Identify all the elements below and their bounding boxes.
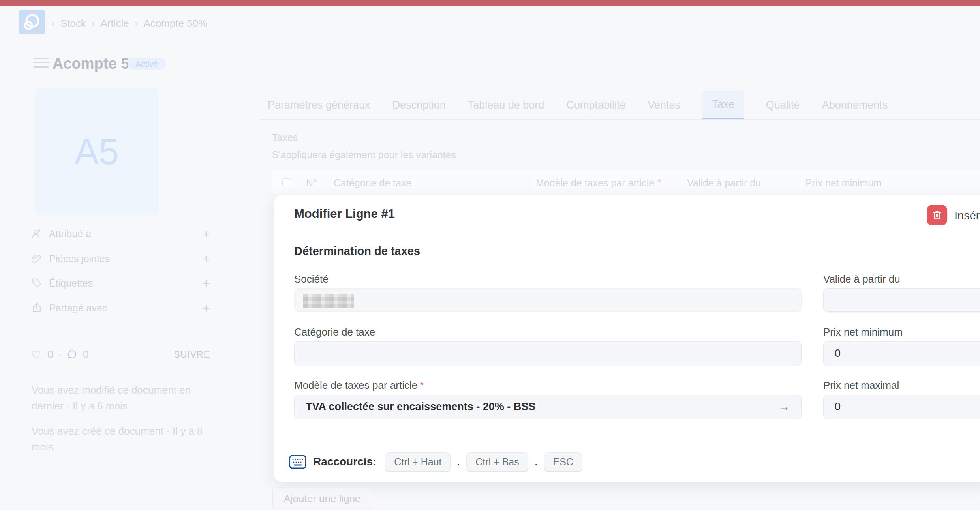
app-logo[interactable]: [19, 10, 45, 34]
column-header-no: N°: [306, 171, 317, 195]
keyboard-icon: [289, 454, 307, 470]
logo-swirl-icon: [22, 13, 42, 32]
heart-icon[interactable]: [31, 349, 43, 360]
modele-label: Modèle de taxes par article*: [294, 379, 802, 392]
kbd-ctrl-down: Ctrl + Bas: [466, 452, 528, 471]
document-social-row: 0 · 0 SUIVRE: [31, 347, 210, 362]
kbd-ctrl-up: Ctrl + Haut: [385, 452, 451, 471]
insert-below-button[interactable]: Insér: [954, 209, 980, 222]
taxes-table-header: N° Catégorie de taxe Modèle de taxes par…: [272, 171, 980, 194]
edit-row-modal: Modifier Ligne #1 Insér Détermination de…: [274, 195, 980, 482]
tab-taxe[interactable]: Taxe: [702, 91, 744, 119]
modal-title: Modifier Ligne #1: [294, 207, 395, 221]
kbd-esc: ESC: [544, 452, 582, 471]
column-header-tax-category: Catégorie de taxe: [334, 171, 411, 195]
tab-ventes[interactable]: Ventes: [648, 91, 680, 119]
societe-field[interactable]: [294, 288, 802, 312]
add-row-button[interactable]: Ajouter une ligne: [272, 487, 372, 510]
sidebar-item-tags[interactable]: Étiquettes +: [31, 274, 210, 292]
trash-icon: [931, 209, 943, 221]
sidebar-item-label: Partagé avec: [49, 302, 202, 314]
societe-label: Société: [294, 273, 802, 285]
column-header-tax-template: Modèle de taxes par article*: [536, 171, 661, 195]
plus-icon[interactable]: +: [202, 302, 210, 314]
sidebar-item-label: Attribué à: [49, 228, 202, 240]
breadcrumb-stock[interactable]: Stock: [60, 17, 86, 30]
shortcuts-row: Raccourcis: Ctrl + Haut . Ctrl + Bas . E…: [289, 452, 582, 472]
tab-comptabilite[interactable]: Comptabilité: [566, 91, 625, 119]
activity-created-text: Vous avez créé ce document · Il y a 8 mo…: [32, 423, 217, 455]
select-all-checkbox[interactable]: [282, 178, 291, 187]
activity-modified-text: Vous avez modifié ce document en dernier…: [32, 382, 217, 414]
comments-count[interactable]: 0: [83, 349, 89, 361]
section-title: Taxes: [272, 132, 298, 143]
prix-min-label: Prix net minimum: [823, 326, 980, 338]
valide-label: Valide à partir du: [823, 273, 980, 285]
breadcrumb-article[interactable]: Article: [100, 17, 129, 30]
breadcrumb: › Stock › Article › Acompte 50%: [51, 16, 207, 31]
sidebar-item-attachments[interactable]: Pièces jointes +: [31, 250, 210, 267]
prix-max-label: Prix net maximal: [823, 379, 980, 392]
delete-row-button[interactable]: [927, 205, 947, 225]
prix-min-field[interactable]: 0: [823, 341, 980, 365]
categorie-field[interactable]: [294, 341, 802, 365]
status-badge: Activé: [128, 58, 166, 70]
sidebar-item-label: Étiquettes: [49, 278, 202, 289]
tabs-divider: [261, 119, 980, 120]
avatar-initials: A5: [75, 131, 119, 172]
plus-icon[interactable]: +: [202, 253, 210, 264]
tab-tableau-de-bord[interactable]: Tableau de bord: [468, 91, 544, 119]
paperclip-icon: [31, 253, 43, 264]
breadcrumb-current[interactable]: Acompte 50%: [143, 17, 207, 30]
shortcuts-label: Raccourcis:: [313, 456, 376, 468]
kbd-separator: .: [457, 456, 460, 468]
required-asterisk: *: [657, 177, 661, 189]
likes-count[interactable]: 0: [47, 349, 53, 361]
categorie-label: Catégorie de taxe: [294, 326, 802, 338]
app-window: › Stock › Article › Acompte 50% Acompte …: [0, 0, 980, 510]
open-link-arrow-icon[interactable]: →: [778, 400, 790, 413]
modele-field[interactable]: TVA collectée sur encaissements - 20% - …: [294, 395, 802, 418]
tab-description[interactable]: Description: [392, 91, 446, 119]
sidebar-item-label: Pièces jointes: [49, 253, 202, 264]
sidebar-item-shared-with[interactable]: Partagé avec +: [31, 299, 210, 317]
required-asterisk: *: [420, 379, 424, 391]
menu-hamburger-icon[interactable]: [33, 58, 49, 68]
tab-qualite[interactable]: Qualité: [766, 91, 800, 119]
sidebar-divider: [30, 371, 210, 371]
share-icon: [31, 302, 43, 314]
tab-bar: Paramètres généraux Description Tableau …: [268, 91, 888, 119]
modele-value: TVA collectée sur encaissements - 20% - …: [306, 401, 778, 413]
dot-separator: ·: [58, 349, 62, 361]
sidebar-item-assigned-to[interactable]: Attribué à +: [31, 225, 210, 242]
tab-parametres-generaux[interactable]: Paramètres généraux: [268, 91, 370, 119]
top-alert-banner: [0, 0, 980, 6]
kbd-separator: .: [535, 456, 538, 468]
plus-icon[interactable]: +: [202, 228, 210, 240]
assign-user-icon: [31, 228, 43, 240]
comment-icon[interactable]: [66, 349, 78, 360]
valide-field[interactable]: [823, 288, 980, 312]
redacted-value: [303, 294, 354, 308]
document-avatar[interactable]: A5: [35, 88, 159, 215]
section-subtitle: S'appliquera également pour les variante…: [272, 149, 456, 161]
follow-button[interactable]: SUIVRE: [174, 349, 210, 360]
chevron-right-icon: ›: [135, 17, 138, 30]
prix-max-field[interactable]: 0: [823, 395, 980, 418]
column-header-valid-from: Valide à partir du: [687, 171, 761, 195]
chevron-right-icon: ›: [51, 17, 55, 30]
chevron-right-icon: ›: [92, 17, 95, 30]
modal-section-title: Détermination de taxes: [294, 245, 420, 258]
column-header-min-net-price: Prix net minimum: [805, 171, 882, 195]
plus-icon[interactable]: +: [202, 277, 210, 289]
tab-abonnements[interactable]: Abonnements: [822, 91, 888, 119]
tag-icon: [31, 277, 43, 289]
